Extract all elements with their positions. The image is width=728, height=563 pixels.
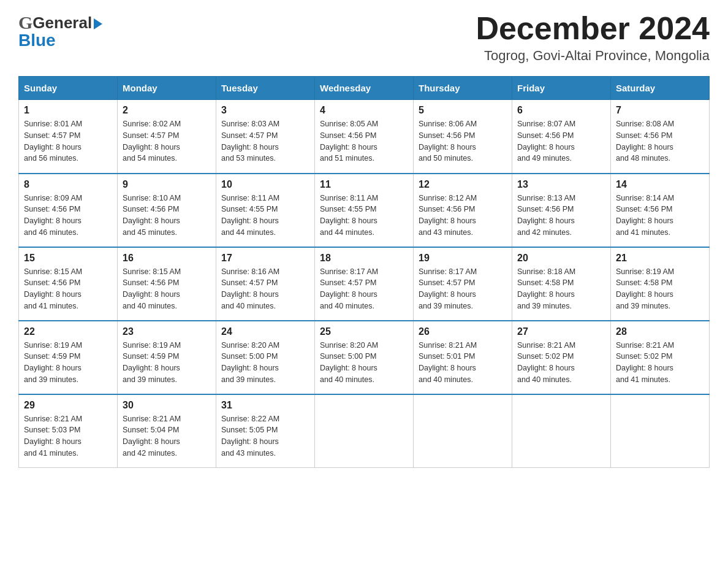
day-info: Sunrise: 8:17 AMSunset: 4:57 PMDaylight:… (419, 267, 477, 310)
table-row: 14 Sunrise: 8:14 AMSunset: 4:56 PMDaylig… (611, 174, 710, 247)
calendar-week-row: 8 Sunrise: 8:09 AMSunset: 4:56 PMDayligh… (19, 174, 710, 247)
table-row: 17 Sunrise: 8:16 AMSunset: 4:57 PMDaylig… (216, 247, 315, 321)
table-row: 24 Sunrise: 8:20 AMSunset: 5:00 PMDaylig… (216, 321, 315, 394)
day-number: 5 (419, 105, 507, 116)
day-number: 4 (320, 105, 408, 116)
day-number: 16 (123, 253, 211, 264)
day-info: Sunrise: 8:07 AMSunset: 4:56 PMDaylight:… (517, 120, 575, 163)
calendar-week-row: 22 Sunrise: 8:19 AMSunset: 4:59 PMDaylig… (19, 321, 710, 394)
day-number: 26 (419, 326, 507, 337)
table-row: 11 Sunrise: 8:11 AMSunset: 4:55 PMDaylig… (315, 174, 414, 247)
calendar-week-row: 1 Sunrise: 8:01 AMSunset: 4:57 PMDayligh… (19, 100, 710, 174)
day-info: Sunrise: 8:19 AMSunset: 4:59 PMDaylight:… (24, 341, 82, 384)
table-row: 2 Sunrise: 8:02 AMSunset: 4:57 PMDayligh… (118, 100, 216, 174)
day-number: 3 (221, 105, 309, 116)
table-row: 4 Sunrise: 8:05 AMSunset: 4:56 PMDayligh… (315, 100, 414, 174)
day-info: Sunrise: 8:12 AMSunset: 4:56 PMDaylight:… (419, 194, 477, 237)
table-row: 6 Sunrise: 8:07 AMSunset: 4:56 PMDayligh… (512, 100, 611, 174)
day-number: 1 (24, 105, 112, 116)
month-title: December 2024 (476, 12, 710, 44)
logo-triangle-icon (94, 18, 102, 29)
table-row: 22 Sunrise: 8:19 AMSunset: 4:59 PMDaylig… (19, 321, 118, 394)
day-info: Sunrise: 8:15 AMSunset: 4:56 PMDaylight:… (123, 267, 181, 310)
day-number: 29 (24, 400, 112, 411)
table-row (414, 394, 512, 468)
title-area: December 2024 Togrog, Govi-Altai Provinc… (476, 12, 710, 64)
day-number: 2 (123, 105, 211, 116)
day-info: Sunrise: 8:14 AMSunset: 4:56 PMDaylight:… (616, 194, 674, 237)
day-number: 23 (123, 326, 211, 337)
day-info: Sunrise: 8:09 AMSunset: 4:56 PMDaylight:… (24, 194, 82, 237)
day-number: 25 (320, 326, 408, 337)
day-info: Sunrise: 8:10 AMSunset: 4:56 PMDaylight:… (123, 194, 181, 237)
table-row: 7 Sunrise: 8:08 AMSunset: 4:56 PMDayligh… (611, 100, 710, 174)
day-info: Sunrise: 8:21 AMSunset: 5:03 PMDaylight:… (24, 415, 82, 458)
day-info: Sunrise: 8:21 AMSunset: 5:02 PMDaylight:… (517, 341, 575, 384)
day-number: 10 (221, 179, 309, 190)
day-info: Sunrise: 8:21 AMSunset: 5:02 PMDaylight:… (616, 341, 674, 384)
header-friday: Friday (512, 77, 611, 100)
table-row: 3 Sunrise: 8:03 AMSunset: 4:57 PMDayligh… (216, 100, 315, 174)
day-info: Sunrise: 8:06 AMSunset: 4:56 PMDaylight:… (419, 120, 477, 163)
day-number: 21 (616, 253, 704, 264)
day-info: Sunrise: 8:21 AMSunset: 5:01 PMDaylight:… (419, 341, 477, 384)
day-number: 11 (320, 179, 408, 190)
table-row: 28 Sunrise: 8:21 AMSunset: 5:02 PMDaylig… (611, 321, 710, 394)
day-info: Sunrise: 8:01 AMSunset: 4:57 PMDaylight:… (24, 120, 82, 163)
page-header: G General Blue December 2024 Togrog, Gov… (18, 12, 710, 64)
day-info: Sunrise: 8:11 AMSunset: 4:55 PMDaylight:… (221, 194, 279, 237)
calendar-header-row: Sunday Monday Tuesday Wednesday Thursday… (19, 77, 710, 100)
day-info: Sunrise: 8:22 AMSunset: 5:05 PMDaylight:… (221, 415, 279, 458)
table-row: 10 Sunrise: 8:11 AMSunset: 4:55 PMDaylig… (216, 174, 315, 247)
table-row: 27 Sunrise: 8:21 AMSunset: 5:02 PMDaylig… (512, 321, 611, 394)
day-info: Sunrise: 8:16 AMSunset: 4:57 PMDaylight:… (221, 267, 279, 310)
table-row: 13 Sunrise: 8:13 AMSunset: 4:56 PMDaylig… (512, 174, 611, 247)
day-number: 14 (616, 179, 704, 190)
day-number: 20 (517, 253, 605, 264)
table-row: 8 Sunrise: 8:09 AMSunset: 4:56 PMDayligh… (19, 174, 118, 247)
day-number: 28 (616, 326, 704, 337)
table-row: 26 Sunrise: 8:21 AMSunset: 5:01 PMDaylig… (414, 321, 512, 394)
table-row: 19 Sunrise: 8:17 AMSunset: 4:57 PMDaylig… (414, 247, 512, 321)
day-info: Sunrise: 8:19 AMSunset: 4:59 PMDaylight:… (123, 341, 181, 384)
header-saturday: Saturday (611, 77, 710, 100)
logo-g-letter: G (18, 12, 32, 33)
table-row: 29 Sunrise: 8:21 AMSunset: 5:03 PMDaylig… (19, 394, 118, 468)
header-sunday: Sunday (19, 77, 118, 100)
day-number: 6 (517, 105, 605, 116)
day-info: Sunrise: 8:02 AMSunset: 4:57 PMDaylight:… (123, 120, 181, 163)
header-tuesday: Tuesday (216, 77, 315, 100)
day-number: 22 (24, 326, 112, 337)
logo-general-text: General (32, 13, 92, 33)
day-number: 27 (517, 326, 605, 337)
table-row: 9 Sunrise: 8:10 AMSunset: 4:56 PMDayligh… (118, 174, 216, 247)
day-number: 19 (419, 253, 507, 264)
table-row: 1 Sunrise: 8:01 AMSunset: 4:57 PMDayligh… (19, 100, 118, 174)
logo-blue-text: Blue (18, 31, 102, 50)
day-info: Sunrise: 8:03 AMSunset: 4:57 PMDaylight:… (221, 120, 279, 163)
table-row: 5 Sunrise: 8:06 AMSunset: 4:56 PMDayligh… (414, 100, 512, 174)
table-row: 23 Sunrise: 8:19 AMSunset: 4:59 PMDaylig… (118, 321, 216, 394)
header-thursday: Thursday (414, 77, 512, 100)
day-info: Sunrise: 8:08 AMSunset: 4:56 PMDaylight:… (616, 120, 674, 163)
logo: G General Blue (18, 12, 102, 50)
table-row: 12 Sunrise: 8:12 AMSunset: 4:56 PMDaylig… (414, 174, 512, 247)
table-row: 25 Sunrise: 8:20 AMSunset: 5:00 PMDaylig… (315, 321, 414, 394)
day-info: Sunrise: 8:20 AMSunset: 5:00 PMDaylight:… (320, 341, 378, 384)
day-info: Sunrise: 8:18 AMSunset: 4:58 PMDaylight:… (517, 267, 575, 310)
table-row: 30 Sunrise: 8:21 AMSunset: 5:04 PMDaylig… (118, 394, 216, 468)
calendar-table: Sunday Monday Tuesday Wednesday Thursday… (18, 76, 710, 468)
day-number: 13 (517, 179, 605, 190)
location-subtitle: Togrog, Govi-Altai Province, Mongolia (476, 48, 710, 64)
day-number: 17 (221, 253, 309, 264)
header-monday: Monday (118, 77, 216, 100)
table-row: 20 Sunrise: 8:18 AMSunset: 4:58 PMDaylig… (512, 247, 611, 321)
table-row: 15 Sunrise: 8:15 AMSunset: 4:56 PMDaylig… (19, 247, 118, 321)
day-info: Sunrise: 8:11 AMSunset: 4:55 PMDaylight:… (320, 194, 378, 237)
header-wednesday: Wednesday (315, 77, 414, 100)
day-info: Sunrise: 8:20 AMSunset: 5:00 PMDaylight:… (221, 341, 279, 384)
day-number: 24 (221, 326, 309, 337)
table-row: 18 Sunrise: 8:17 AMSunset: 4:57 PMDaylig… (315, 247, 414, 321)
day-number: 9 (123, 179, 211, 190)
day-number: 8 (24, 179, 112, 190)
